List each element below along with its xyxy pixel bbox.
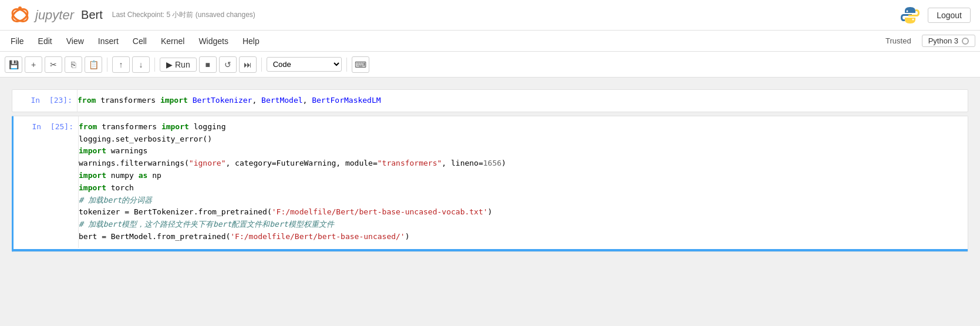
cell-2[interactable]: In [25]: from transformers import loggin… [12, 116, 968, 252]
cell-2-content[interactable]: from transformers import logging logging… [78, 116, 968, 248]
move-up-button[interactable]: ↑ [112, 56, 130, 73]
menu-widgets[interactable]: Widgets [193, 34, 234, 48]
run-button[interactable]: ▶ Run [160, 58, 197, 72]
toolbar-separator-1 [107, 58, 107, 72]
restart-run-button[interactable]: ⏭ [239, 56, 257, 73]
cell-2-prompt: In [25]: [14, 116, 78, 137]
toolbar-separator-4 [346, 58, 347, 72]
checkpoint-info: Last Checkpoint: 5 小时前 (unsaved changes) [112, 10, 255, 20]
svg-point-3 [907, 10, 908, 12]
svg-point-2 [18, 6, 22, 10]
logo-area: jupyter Bert Last Checkpoint: 5 小时前 (uns… [9, 5, 255, 26]
menu-view[interactable]: View [60, 34, 90, 48]
top-bar: jupyter Bert Last Checkpoint: 5 小时前 (uns… [0, 0, 980, 31]
jupyter-text: jupyter [35, 8, 74, 23]
kernel-name: Python 3 [928, 36, 958, 45]
notebook-area: In [23]: from transformers import BertTo… [0, 78, 980, 326]
menu-file[interactable]: File [5, 34, 30, 48]
run-icon: ▶ [166, 60, 173, 69]
kernel-status-icon [962, 38, 969, 45]
toolbar-separator-3 [261, 58, 262, 72]
cell-1-content[interactable]: from transformers import BertTokenizer, … [77, 90, 968, 112]
copy-button[interactable]: ⎘ [65, 56, 82, 73]
menu-edit[interactable]: Edit [32, 34, 58, 48]
menu-kernel[interactable]: Kernel [155, 34, 190, 48]
keyboard-shortcuts-button[interactable]: ⌨ [352, 56, 369, 73]
toolbar-separator-2 [154, 58, 155, 72]
trusted-badge: Trusted [881, 35, 916, 46]
toolbar: 💾 + ✂ ⎘ 📋 ↑ ↓ ▶ Run ■ ↺ ⏭ Code Markdown … [0, 52, 980, 78]
save-button[interactable]: 💾 [5, 56, 22, 73]
menu-bar: File Edit View Insert Cell Kernel Widget… [0, 31, 980, 52]
menu-help[interactable]: Help [237, 34, 265, 48]
menubar-right: Trusted Python 3 [881, 35, 975, 47]
stop-button[interactable]: ■ [199, 56, 217, 73]
scroll-indicator [14, 249, 968, 251]
paste-button[interactable]: 📋 [85, 56, 102, 73]
cell-1[interactable]: In [23]: from transformers import BertTo… [12, 89, 968, 112]
cut-button[interactable]: ✂ [45, 56, 62, 73]
move-down-button[interactable]: ↓ [132, 56, 150, 73]
cell-1-prompt: In [23]: [12, 90, 77, 110]
restart-button[interactable]: ↺ [219, 56, 237, 73]
python-logo-icon [900, 5, 921, 26]
kernel-indicator: Python 3 [922, 35, 975, 47]
menu-cell[interactable]: Cell [127, 34, 153, 48]
svg-point-4 [912, 18, 914, 20]
add-cell-button[interactable]: + [25, 56, 42, 73]
cell-type-select[interactable]: Code Markdown Raw NBConvert Heading [267, 57, 342, 72]
notebook-title[interactable]: Bert [81, 8, 103, 22]
run-label: Run [175, 60, 190, 69]
logout-button[interactable]: Logout [928, 8, 971, 23]
menu-insert[interactable]: Insert [92, 34, 124, 48]
topbar-right: Logout [900, 5, 971, 26]
jupyter-logo-icon [9, 5, 31, 26]
